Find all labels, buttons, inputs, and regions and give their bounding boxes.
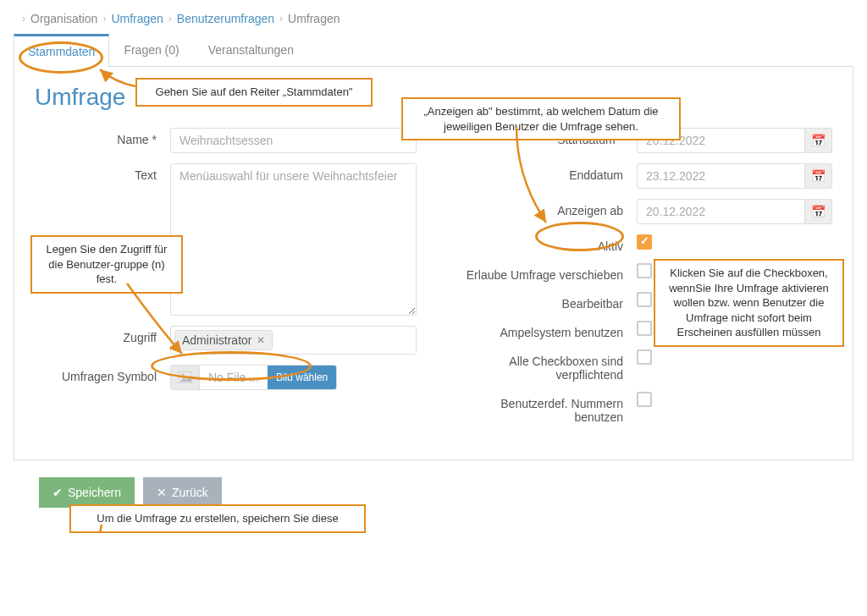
chevron-right-icon: ›: [102, 13, 106, 25]
breadcrumb-umfragen[interactable]: Umfragen: [111, 12, 163, 25]
text-textarea[interactable]: Menüauswahl für unsere Weihnachtsfeier: [170, 163, 417, 316]
back-button-label: Zurück: [172, 486, 208, 499]
label-ampel: Ampelsystem benutzen: [450, 321, 637, 339]
label-benutzerdef-nummern: Benutzerdef. Nummern benutzen: [450, 392, 637, 424]
annotation-anzeigen-hint: „Anzeigen ab" bestimmt, ab welchem Datum…: [401, 97, 681, 140]
calendar-icon: 📅: [811, 134, 826, 147]
benutzerdef-nummern-checkbox[interactable]: [637, 392, 652, 407]
annotation-tab-hint: Gehen Sie auf den Reiter „Stammdaten": [135, 78, 373, 107]
annotation-speichern-hint: Um die Umfrage zu erstellen, speichern S…: [69, 504, 366, 533]
anzeigen-ab-calendar-button[interactable]: 📅: [805, 199, 832, 224]
tab-bar: Stammdaten Fragen (0) Veranstaltungen: [14, 34, 853, 67]
annotation-ellipse-tab: [19, 41, 103, 74]
alle-checkboxen-checkbox[interactable]: [637, 349, 652, 365]
chevron-right-icon: ›: [22, 13, 25, 25]
label-bearbeitbar: Bearbeitbar: [450, 292, 637, 311]
annotation-ellipse-anzeigen: [535, 222, 624, 251]
annotation-ellipse-zugriff: [151, 351, 312, 381]
label-alle-checkboxen: Alle Checkboxen sind verpflichtend: [450, 349, 637, 382]
bearbeitbar-checkbox[interactable]: [637, 292, 652, 307]
enddatum-input[interactable]: [637, 163, 805, 189]
breadcrumb: › Organisation › Umfragen › Benutzerumfr…: [14, 0, 853, 34]
tab-veranstaltungen[interactable]: Veranstaltungen: [194, 34, 308, 66]
verschieben-checkbox[interactable]: [637, 263, 652, 278]
save-button[interactable]: ✔ Speichern: [39, 477, 135, 508]
zugriff-tag-input[interactable]: Administrator ✕: [170, 326, 417, 355]
label-anzeigen-ab: Anzeigen ab: [450, 199, 637, 217]
startdatum-calendar-button[interactable]: 📅: [805, 128, 832, 153]
label-enddatum: Enddatum: [450, 163, 637, 182]
aktiv-checkbox[interactable]: [637, 234, 652, 250]
close-icon: ✕: [157, 486, 167, 499]
label-zugriff: Zugriff: [35, 326, 170, 344]
ampel-checkbox[interactable]: [637, 321, 652, 336]
breadcrumb-benutzerumfragen[interactable]: Benutzerumfragen: [177, 12, 274, 25]
annotation-zugriff-hint: Legen Sie den Zugriff für die Benutzer-g…: [30, 235, 183, 294]
calendar-icon: 📅: [811, 169, 826, 183]
check-icon: ✔: [52, 486, 63, 499]
label-text: Text: [35, 163, 170, 182]
zugriff-tag-administrator[interactable]: Administrator ✕: [174, 330, 273, 350]
chevron-right-icon: ›: [279, 13, 283, 25]
breadcrumb-organisation[interactable]: Organisation: [30, 12, 97, 25]
annotation-aktiv-hint: Klicken Sie auf die Checkboxen, wennSie …: [654, 259, 844, 347]
zugriff-tag-label: Administrator: [182, 333, 251, 347]
back-button[interactable]: ✕ Zurück: [143, 477, 222, 508]
enddatum-calendar-button[interactable]: 📅: [805, 163, 832, 189]
calendar-icon: 📅: [811, 205, 826, 218]
label-umfragen-symbol: Umfragen Symbol: [35, 365, 170, 383]
chevron-right-icon: ›: [168, 13, 172, 25]
breadcrumb-current: Umfragen: [288, 12, 340, 25]
label-verschieben: Erlaube Umfrage verschieben: [450, 263, 637, 282]
tab-fragen[interactable]: Fragen (0): [109, 34, 193, 66]
save-button-label: Speichern: [68, 486, 121, 499]
name-input[interactable]: [170, 128, 417, 153]
remove-tag-icon[interactable]: ✕: [257, 334, 265, 346]
label-name: Name *: [35, 128, 170, 146]
anzeigen-ab-input[interactable]: [637, 199, 805, 224]
